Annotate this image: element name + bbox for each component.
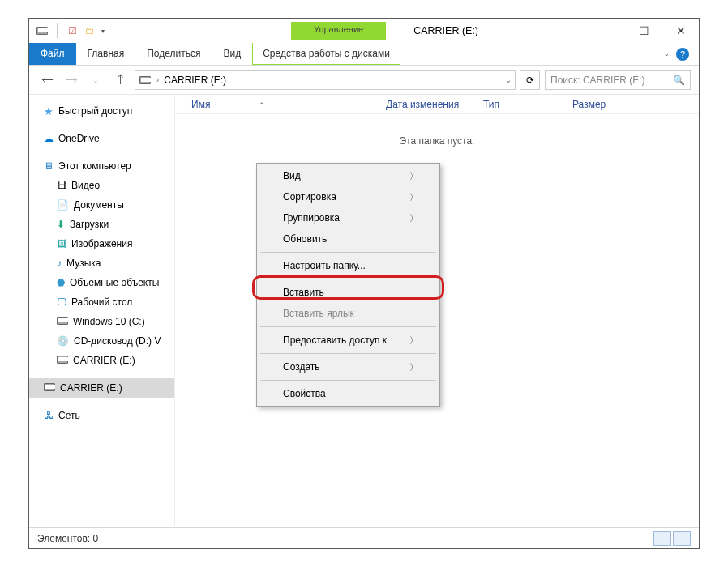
ctx-item-sort[interactable]: Сортировка〉 (259, 186, 438, 207)
search-input[interactable]: Поиск: CARRIER (E:) 🔍 (545, 70, 691, 90)
sidebar-item-downloads[interactable]: ⬇Загрузки (29, 215, 174, 234)
sidebar-item-drive-e-root[interactable]: CARRIER (E:) (29, 378, 174, 398)
cube-icon: ⬣ (57, 277, 65, 288)
sidebar-item-quick-access[interactable]: ★Быстрый доступ (29, 101, 174, 121)
ctx-item-refresh[interactable]: Обновить (259, 228, 438, 249)
title-bar: ☑ 🗀 ▾ Управление CARRIER (E:) — ☐ ✕ (29, 19, 699, 43)
search-icon: 🔍 (673, 75, 685, 86)
sidebar-item-label: CD-дисковод (D:) V (74, 335, 161, 347)
status-item-count: Элементов: 0 (37, 533, 98, 544)
desktop-icon: 🖵 (57, 296, 66, 308)
ctx-item-create[interactable]: Создать〉 (259, 356, 438, 377)
tab-share[interactable]: Поделиться (135, 43, 212, 65)
back-button[interactable]: 🡐 (37, 70, 57, 90)
sidebar-item-label: Видео (71, 180, 100, 191)
quick-access-toolbar: ☑ 🗀 ▾ (29, 23, 105, 38)
ctx-item-give-access[interactable]: Предоставить доступ к〉 (259, 330, 438, 351)
forward-button[interactable]: 🡒 (62, 70, 81, 90)
refresh-button[interactable]: ⟳ (520, 70, 540, 90)
submenu-arrow-icon: 〉 (409, 191, 418, 203)
sidebar-item-label: Быстрый доступ (58, 105, 132, 117)
submenu-arrow-icon: 〉 (409, 212, 418, 224)
sidebar-item-drive-d[interactable]: 💿CD-дисковод (D:) V (29, 331, 174, 351)
sidebar-item-label: CARRIER (E:) (73, 355, 135, 366)
drive-icon (57, 316, 68, 327)
document-icon: 📄 (57, 199, 69, 211)
pc-icon: 🖥 (44, 160, 54, 172)
sidebar-item-desktop[interactable]: 🖵Рабочий стол (29, 292, 174, 312)
col-name[interactable]: Имя⌃ (175, 99, 386, 110)
col-size[interactable]: Размер (572, 99, 637, 110)
separator (260, 353, 436, 354)
sidebar-item-label: CARRIER (E:) (60, 382, 122, 394)
ctx-item-paste-shortcut: Вставить ярлык (259, 303, 438, 324)
status-bar: Элементов: 0 (29, 527, 699, 548)
sidebar-item-3d-objects[interactable]: ⬣Объемные объекты (29, 273, 174, 292)
qat-properties-icon[interactable]: ☑ (66, 24, 79, 37)
picture-icon: 🖼 (57, 238, 66, 249)
minimize-button[interactable]: — (589, 19, 626, 43)
help-icon[interactable]: ? (676, 48, 689, 61)
sidebar-item-pictures[interactable]: 🖼Изображения (29, 234, 174, 254)
sidebar-item-videos[interactable]: 🎞Видео (29, 176, 174, 195)
sidebar-item-label: Windows 10 (C:) (73, 316, 145, 327)
sidebar-item-label: Документы (74, 199, 124, 211)
sidebar-item-label: Загрузки (70, 219, 109, 230)
sidebar-item-network[interactable]: 🖧Сеть (29, 406, 174, 425)
qat-dropdown-icon[interactable]: ▾ (101, 28, 105, 35)
sidebar-item-this-pc[interactable]: 🖥Этот компьютер (29, 156, 174, 176)
sidebar-item-drive-e[interactable]: CARRIER (E:) (29, 351, 174, 370)
navigation-pane: ★Быстрый доступ ☁OneDrive 🖥Этот компьюте… (29, 95, 175, 526)
sidebar-item-label: Музыка (66, 258, 101, 269)
ctx-item-properties[interactable]: Свойства (259, 383, 438, 404)
video-icon: 🎞 (57, 180, 66, 191)
tab-disk-tools[interactable]: Средства работы с дисками (252, 43, 400, 65)
col-type[interactable]: Тип (483, 99, 572, 110)
sidebar-item-documents[interactable]: 📄Документы (29, 195, 174, 215)
icons-view-button[interactable] (673, 531, 691, 546)
address-input[interactable]: › CARRIER (E:) ⌄ (135, 70, 516, 90)
empty-folder-message: Эта папка пуста. (175, 135, 699, 147)
tab-home[interactable]: Главная (76, 43, 136, 65)
ctx-item-group[interactable]: Группировка〉 (259, 207, 438, 228)
recent-dropdown-icon[interactable]: ⌄ (86, 70, 105, 90)
drive-icon (139, 74, 152, 87)
ribbon-tabs: Файл Главная Поделиться Вид Средства раб… (29, 43, 699, 66)
up-button[interactable]: 🡑 (110, 70, 130, 90)
folder-icon[interactable]: 🗀 (84, 24, 96, 37)
ctx-item-view[interactable]: Вид〉 (259, 165, 438, 186)
star-icon: ★ (44, 105, 54, 117)
ribbon-collapse-icon[interactable]: ⌄ (664, 50, 670, 58)
search-placeholder: Поиск: CARRIER (E:) (550, 75, 645, 86)
drive-icon (57, 355, 68, 366)
separator (260, 380, 436, 381)
sidebar-item-music[interactable]: ♪Музыка (29, 254, 174, 273)
separator (260, 326, 436, 327)
ctx-item-customize[interactable]: Настроить папку... (259, 255, 438, 276)
close-button[interactable]: ✕ (662, 19, 699, 43)
column-headers: Имя⌃ Дата изменения Тип Размер (175, 95, 699, 114)
contextual-tab-manage: Управление (291, 22, 386, 40)
address-dropdown-icon[interactable]: ⌄ (505, 75, 512, 84)
sidebar-item-label: Рабочий стол (71, 296, 132, 308)
drive-icon (36, 24, 49, 37)
sidebar-item-label: OneDrive (58, 133, 100, 144)
maximize-button[interactable]: ☐ (626, 19, 662, 43)
ctx-item-paste[interactable]: Вставить (259, 282, 438, 303)
download-icon: ⬇ (57, 219, 65, 230)
view-buttons (653, 531, 691, 546)
details-view-button[interactable] (653, 531, 671, 546)
sidebar-item-onedrive[interactable]: ☁OneDrive (29, 129, 174, 148)
tab-view[interactable]: Вид (212, 43, 252, 65)
sidebar-item-drive-c[interactable]: Windows 10 (C:) (29, 312, 174, 331)
col-date[interactable]: Дата изменения (386, 99, 483, 110)
tab-file[interactable]: Файл (29, 43, 76, 65)
network-icon: 🖧 (44, 410, 54, 421)
chevron-right-icon[interactable]: › (156, 75, 159, 84)
cd-icon: 💿 (57, 335, 69, 347)
separator (260, 252, 436, 253)
window-title: CARRIER (E:) (413, 25, 478, 36)
divider (57, 23, 58, 38)
ribbon-right: ⌄ ? (664, 43, 699, 65)
separator (260, 279, 436, 279)
